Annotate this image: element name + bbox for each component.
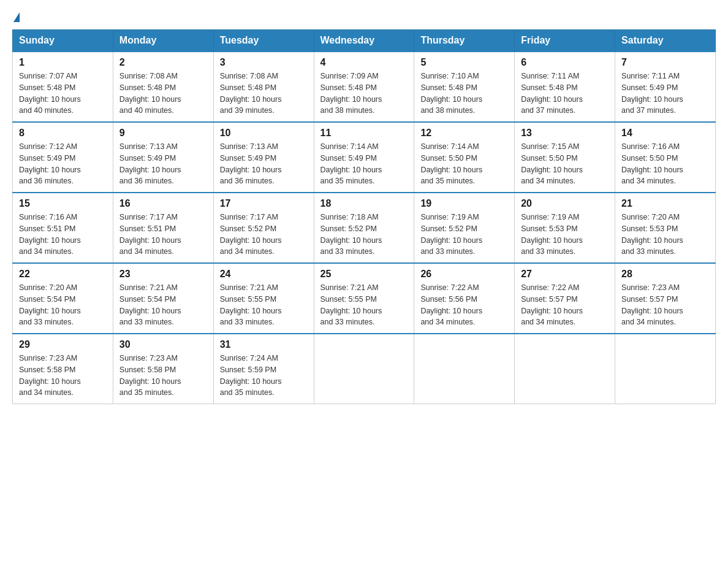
day-number: 8 — [19, 128, 107, 139]
day-info: Sunrise: 7:22 AM Sunset: 5:57 PM Dayligh… — [521, 282, 609, 328]
day-info: Sunrise: 7:13 AM Sunset: 5:49 PM Dayligh… — [220, 141, 308, 187]
header-thursday: Thursday — [414, 30, 515, 52]
day-info: Sunrise: 7:20 AM Sunset: 5:54 PM Dayligh… — [19, 282, 107, 328]
day-number: 29 — [19, 339, 107, 350]
day-cell: 12 Sunrise: 7:14 AM Sunset: 5:50 PM Dayl… — [414, 122, 515, 193]
day-number: 14 — [621, 128, 709, 139]
day-info: Sunrise: 7:08 AM Sunset: 5:48 PM Dayligh… — [119, 71, 207, 117]
week-row-5: 29 Sunrise: 7:23 AM Sunset: 5:58 PM Dayl… — [13, 334, 716, 404]
day-cell: 11 Sunrise: 7:14 AM Sunset: 5:49 PM Dayl… — [314, 122, 414, 193]
day-info: Sunrise: 7:21 AM Sunset: 5:55 PM Dayligh… — [220, 282, 308, 328]
day-cell — [515, 334, 615, 404]
day-number: 6 — [521, 57, 609, 68]
day-cell — [314, 334, 414, 404]
day-number: 24 — [220, 269, 308, 280]
day-info: Sunrise: 7:18 AM Sunset: 5:52 PM Dayligh… — [320, 212, 408, 258]
day-number: 3 — [220, 57, 308, 68]
day-number: 18 — [320, 198, 408, 209]
day-number: 12 — [420, 128, 508, 139]
day-info: Sunrise: 7:19 AM Sunset: 5:52 PM Dayligh… — [420, 212, 508, 258]
day-cell: 15 Sunrise: 7:16 AM Sunset: 5:51 PM Dayl… — [13, 193, 113, 263]
calendar-table: SundayMondayTuesdayWednesdayThursdayFrid… — [12, 29, 716, 404]
day-info: Sunrise: 7:17 AM Sunset: 5:52 PM Dayligh… — [220, 212, 308, 258]
day-cell: 10 Sunrise: 7:13 AM Sunset: 5:49 PM Dayl… — [213, 122, 314, 193]
day-cell: 6 Sunrise: 7:11 AM Sunset: 5:48 PM Dayli… — [515, 52, 615, 122]
day-number: 11 — [320, 128, 408, 139]
day-number: 13 — [521, 128, 609, 139]
day-cell: 2 Sunrise: 7:08 AM Sunset: 5:48 PM Dayli… — [113, 52, 213, 122]
day-info: Sunrise: 7:09 AM Sunset: 5:48 PM Dayligh… — [320, 71, 408, 117]
week-row-4: 22 Sunrise: 7:20 AM Sunset: 5:54 PM Dayl… — [13, 263, 716, 334]
page-header — [12, 12, 716, 20]
day-info: Sunrise: 7:16 AM Sunset: 5:51 PM Dayligh… — [19, 212, 107, 258]
day-cell — [414, 334, 515, 404]
header-tuesday: Tuesday — [213, 30, 314, 52]
day-number: 22 — [19, 269, 107, 280]
day-info: Sunrise: 7:17 AM Sunset: 5:51 PM Dayligh… — [119, 212, 207, 258]
day-number: 2 — [119, 57, 207, 68]
day-number: 27 — [521, 269, 609, 280]
header-friday: Friday — [515, 30, 615, 52]
day-number: 17 — [220, 198, 308, 209]
day-cell: 22 Sunrise: 7:20 AM Sunset: 5:54 PM Dayl… — [13, 263, 113, 334]
day-cell: 19 Sunrise: 7:19 AM Sunset: 5:52 PM Dayl… — [414, 193, 515, 263]
day-number: 16 — [119, 198, 207, 209]
day-cell: 20 Sunrise: 7:19 AM Sunset: 5:53 PM Dayl… — [515, 193, 615, 263]
day-info: Sunrise: 7:23 AM Sunset: 5:58 PM Dayligh… — [19, 353, 107, 399]
day-info: Sunrise: 7:21 AM Sunset: 5:55 PM Dayligh… — [320, 282, 408, 328]
day-number: 23 — [119, 269, 207, 280]
day-cell: 14 Sunrise: 7:16 AM Sunset: 5:50 PM Dayl… — [615, 122, 716, 193]
day-number: 5 — [420, 57, 508, 68]
header-wednesday: Wednesday — [314, 30, 414, 52]
day-cell: 23 Sunrise: 7:21 AM Sunset: 5:54 PM Dayl… — [113, 263, 213, 334]
week-row-2: 8 Sunrise: 7:12 AM Sunset: 5:49 PM Dayli… — [13, 122, 716, 193]
day-cell: 27 Sunrise: 7:22 AM Sunset: 5:57 PM Dayl… — [515, 263, 615, 334]
week-row-3: 15 Sunrise: 7:16 AM Sunset: 5:51 PM Dayl… — [13, 193, 716, 263]
day-info: Sunrise: 7:13 AM Sunset: 5:49 PM Dayligh… — [119, 141, 207, 187]
day-info: Sunrise: 7:11 AM Sunset: 5:49 PM Dayligh… — [621, 71, 709, 117]
day-cell: 13 Sunrise: 7:15 AM Sunset: 5:50 PM Dayl… — [515, 122, 615, 193]
header-saturday: Saturday — [615, 30, 716, 52]
day-info: Sunrise: 7:14 AM Sunset: 5:49 PM Dayligh… — [320, 141, 408, 187]
day-number: 15 — [19, 198, 107, 209]
day-cell: 1 Sunrise: 7:07 AM Sunset: 5:48 PM Dayli… — [13, 52, 113, 122]
day-number: 7 — [621, 57, 709, 68]
day-info: Sunrise: 7:14 AM Sunset: 5:50 PM Dayligh… — [420, 141, 508, 187]
day-cell: 29 Sunrise: 7:23 AM Sunset: 5:58 PM Dayl… — [13, 334, 113, 404]
day-number: 26 — [420, 269, 508, 280]
day-cell: 4 Sunrise: 7:09 AM Sunset: 5:48 PM Dayli… — [314, 52, 414, 122]
day-cell: 9 Sunrise: 7:13 AM Sunset: 5:49 PM Dayli… — [113, 122, 213, 193]
header-monday: Monday — [113, 30, 213, 52]
logo-text — [12, 12, 21, 22]
day-info: Sunrise: 7:11 AM Sunset: 5:48 PM Dayligh… — [521, 71, 609, 117]
day-info: Sunrise: 7:15 AM Sunset: 5:50 PM Dayligh… — [521, 141, 609, 187]
header-row: SundayMondayTuesdayWednesdayThursdayFrid… — [13, 30, 716, 52]
day-cell: 24 Sunrise: 7:21 AM Sunset: 5:55 PM Dayl… — [213, 263, 314, 334]
day-info: Sunrise: 7:16 AM Sunset: 5:50 PM Dayligh… — [621, 141, 709, 187]
day-number: 20 — [521, 198, 609, 209]
day-info: Sunrise: 7:23 AM Sunset: 5:58 PM Dayligh… — [119, 353, 207, 399]
logo — [12, 12, 21, 20]
day-cell: 5 Sunrise: 7:10 AM Sunset: 5:48 PM Dayli… — [414, 52, 515, 122]
day-number: 4 — [320, 57, 408, 68]
day-cell: 3 Sunrise: 7:08 AM Sunset: 5:48 PM Dayli… — [213, 52, 314, 122]
day-number: 1 — [19, 57, 107, 68]
day-number: 28 — [621, 269, 709, 280]
day-number: 31 — [220, 339, 308, 350]
day-cell: 28 Sunrise: 7:23 AM Sunset: 5:57 PM Dayl… — [615, 263, 716, 334]
day-cell: 18 Sunrise: 7:18 AM Sunset: 5:52 PM Dayl… — [314, 193, 414, 263]
day-cell: 17 Sunrise: 7:17 AM Sunset: 5:52 PM Dayl… — [213, 193, 314, 263]
day-info: Sunrise: 7:10 AM Sunset: 5:48 PM Dayligh… — [420, 71, 508, 117]
logo-triangle-icon — [13, 12, 20, 22]
day-number: 10 — [220, 128, 308, 139]
day-info: Sunrise: 7:24 AM Sunset: 5:59 PM Dayligh… — [220, 353, 308, 399]
day-number: 30 — [119, 339, 207, 350]
day-info: Sunrise: 7:20 AM Sunset: 5:53 PM Dayligh… — [621, 212, 709, 258]
day-info: Sunrise: 7:12 AM Sunset: 5:49 PM Dayligh… — [19, 141, 107, 187]
day-info: Sunrise: 7:21 AM Sunset: 5:54 PM Dayligh… — [119, 282, 207, 328]
day-cell: 31 Sunrise: 7:24 AM Sunset: 5:59 PM Dayl… — [213, 334, 314, 404]
day-number: 21 — [621, 198, 709, 209]
day-info: Sunrise: 7:23 AM Sunset: 5:57 PM Dayligh… — [621, 282, 709, 328]
header-sunday: Sunday — [13, 30, 113, 52]
day-cell: 25 Sunrise: 7:21 AM Sunset: 5:55 PM Dayl… — [314, 263, 414, 334]
